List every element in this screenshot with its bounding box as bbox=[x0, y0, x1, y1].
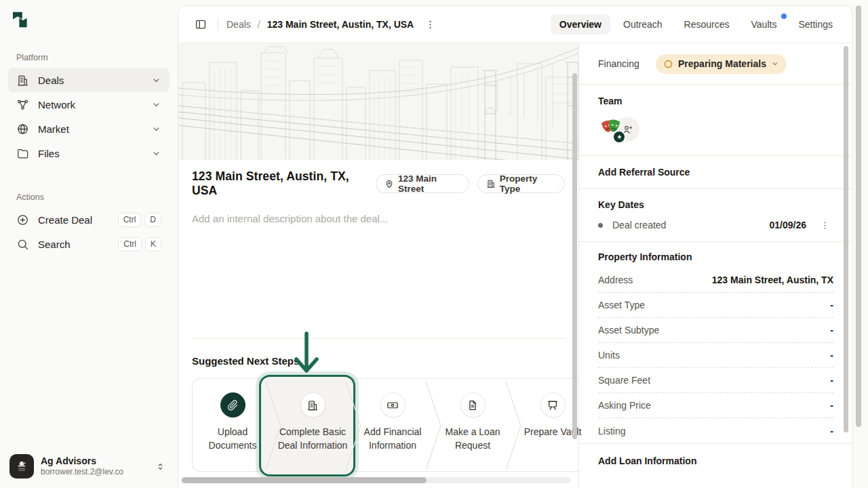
hero-sketch bbox=[178, 43, 578, 160]
add-referral-source-button[interactable]: Add Referral Source bbox=[579, 156, 852, 189]
property-row-asset-type[interactable]: Asset Type - bbox=[598, 293, 833, 318]
sidebar-item-label: Network bbox=[38, 99, 75, 110]
chevron-down-icon bbox=[151, 75, 161, 85]
paperclip-icon bbox=[220, 392, 245, 418]
team-heading: Team bbox=[598, 96, 852, 106]
key-date-value: 01/09/26 bbox=[770, 220, 807, 230]
search-label: Search bbox=[38, 239, 71, 250]
property-value: 123 Main Street, Austin, TX bbox=[712, 274, 833, 285]
next-steps-strip: Upload Documents Complete Basic Deal Inf… bbox=[192, 378, 578, 472]
user-email: borrower.test.2@lev.co bbox=[41, 467, 123, 477]
financing-label: Financing bbox=[598, 58, 656, 69]
property-type-tag[interactable]: Property Type bbox=[477, 174, 565, 193]
financing-status-label: Preparing Materials bbox=[678, 58, 766, 69]
main-card: Deals / 123 Main Street, Austin, TX, USA… bbox=[178, 5, 853, 488]
step-complete-basic-deal-information[interactable]: Complete Basic Deal Information bbox=[273, 379, 353, 472]
step-prepare-vault[interactable]: Prepare Vault bbox=[513, 379, 593, 472]
page-scrollbar[interactable] bbox=[856, 5, 861, 427]
property-row-listing[interactable]: Listing - bbox=[598, 418, 833, 443]
team-section: Team bbox=[579, 85, 852, 156]
property-row-asset-subtype[interactable]: Asset Subtype - bbox=[598, 318, 833, 343]
breadcrumb-separator: / bbox=[258, 19, 260, 30]
property-row-address[interactable]: Address 123 Main Street, Austin, TX bbox=[598, 268, 833, 293]
breadcrumb-parent[interactable]: Deals bbox=[226, 19, 251, 30]
file-text-icon bbox=[460, 392, 486, 418]
chevrons-up-down-icon bbox=[155, 462, 165, 472]
address-tag[interactable]: 123 Main Street bbox=[376, 174, 469, 193]
key-date-row: Deal created 01/09/26 bbox=[579, 220, 852, 230]
avatar bbox=[9, 454, 34, 479]
tab-settings[interactable]: Settings bbox=[789, 14, 842, 35]
key-date-menu-button[interactable] bbox=[820, 220, 830, 230]
horizontal-scrollbar-thumb[interactable] bbox=[182, 477, 427, 483]
map-pin-icon bbox=[384, 179, 394, 188]
description-input[interactable]: Add an internal description about the de… bbox=[192, 213, 565, 224]
panel-scrollbar[interactable] bbox=[844, 46, 848, 432]
property-label: Units bbox=[598, 350, 620, 361]
deal-tabs: Overview Outreach Resources Vaults Setti… bbox=[551, 14, 842, 35]
step-add-financial-information[interactable]: Add Financial Information bbox=[353, 379, 433, 472]
user-meta: Ag Advisors borrower.test.2@lev.co bbox=[41, 455, 123, 478]
presentation-icon bbox=[540, 392, 566, 418]
property-row-square-feet[interactable]: Square Feet - bbox=[598, 368, 833, 393]
building-icon bbox=[16, 74, 29, 87]
property-value: - bbox=[830, 426, 833, 436]
horizontal-scrollbar[interactable] bbox=[182, 477, 570, 483]
key-ctrl: Ctrl bbox=[118, 237, 142, 251]
address-tag-label: 123 Main Street bbox=[398, 174, 460, 194]
sidebar-item-files[interactable]: Files bbox=[8, 141, 170, 165]
bullet-icon bbox=[598, 223, 603, 228]
property-label: Address bbox=[598, 274, 633, 285]
add-loan-information-label: Add Loan Information bbox=[598, 455, 696, 466]
deal-details-panel: Financing Preparing Materials Team bbox=[579, 43, 852, 488]
property-label: Asset Subtype bbox=[598, 325, 659, 336]
member-role-badge-icon bbox=[612, 130, 626, 144]
team-avatars bbox=[598, 116, 646, 143]
center-column-scrollbar[interactable] bbox=[572, 73, 577, 439]
divider bbox=[192, 338, 565, 339]
sidebar-item-deals[interactable]: Deals bbox=[8, 68, 170, 92]
sidebar-item-market[interactable]: Market bbox=[8, 117, 170, 141]
tab-overview[interactable]: Overview bbox=[551, 14, 610, 35]
tab-vaults[interactable]: Vaults bbox=[743, 14, 786, 35]
green-down-arrow-icon bbox=[291, 331, 322, 374]
financing-status-dropdown[interactable]: Preparing Materials bbox=[656, 54, 787, 74]
search-icon bbox=[16, 238, 29, 251]
sidebar-toggle-button[interactable] bbox=[192, 16, 210, 33]
shortcut-keys: Ctrl K bbox=[118, 237, 161, 251]
property-label: Square Feet bbox=[598, 375, 650, 386]
deal-menu-button[interactable] bbox=[422, 16, 439, 33]
property-label: Asking Price bbox=[598, 400, 651, 411]
step-label: Add Financial Information bbox=[360, 425, 425, 452]
building-icon bbox=[486, 179, 496, 188]
user-name: Ag Advisors bbox=[41, 455, 123, 468]
sidebar-item-label: Market bbox=[38, 123, 69, 135]
property-type-tag-label: Property Type bbox=[500, 174, 556, 194]
property-row-asking-price[interactable]: Asking Price - bbox=[598, 393, 833, 418]
tab-resources[interactable]: Resources bbox=[675, 14, 738, 35]
add-loan-information-button[interactable]: Add Loan Information bbox=[579, 444, 852, 477]
search-button[interactable]: Search Ctrl K bbox=[8, 232, 170, 256]
tab-outreach[interactable]: Outreach bbox=[614, 14, 671, 35]
key-dates-section: Key Dates Deal created 01/09/26 bbox=[579, 189, 852, 242]
step-make-a-loan-request[interactable]: Make a Loan Request bbox=[433, 379, 513, 472]
step-upload-documents[interactable]: Upload Documents bbox=[193, 379, 273, 472]
property-row-units[interactable]: Units - bbox=[598, 343, 833, 368]
folder-icon bbox=[16, 147, 29, 160]
account-switcher[interactable]: Ag Advisors borrower.test.2@lev.co bbox=[7, 451, 171, 481]
notification-dot bbox=[781, 14, 787, 19]
create-deal-button[interactable]: Create Deal Ctrl D bbox=[8, 207, 170, 232]
chevron-down-icon bbox=[151, 148, 161, 159]
property-value: - bbox=[830, 375, 833, 386]
key-ctrl: Ctrl bbox=[118, 213, 142, 227]
property-rows: Address 123 Main Street, Austin, TX Asse… bbox=[579, 268, 852, 443]
sidebar-item-network[interactable]: Network bbox=[8, 92, 170, 117]
chevron-down-icon bbox=[151, 124, 161, 134]
key-date-label: Deal created bbox=[612, 220, 666, 230]
card-header: Deals / 123 Main Street, Austin, TX, USA… bbox=[178, 6, 852, 43]
chevron-down-icon bbox=[771, 60, 779, 68]
step-label: Complete Basic Deal Information bbox=[277, 425, 348, 452]
building-icon bbox=[300, 392, 326, 418]
key-dates-heading: Key Dates bbox=[598, 199, 852, 210]
sidebar: Platform Deals Network bbox=[0, 0, 178, 488]
